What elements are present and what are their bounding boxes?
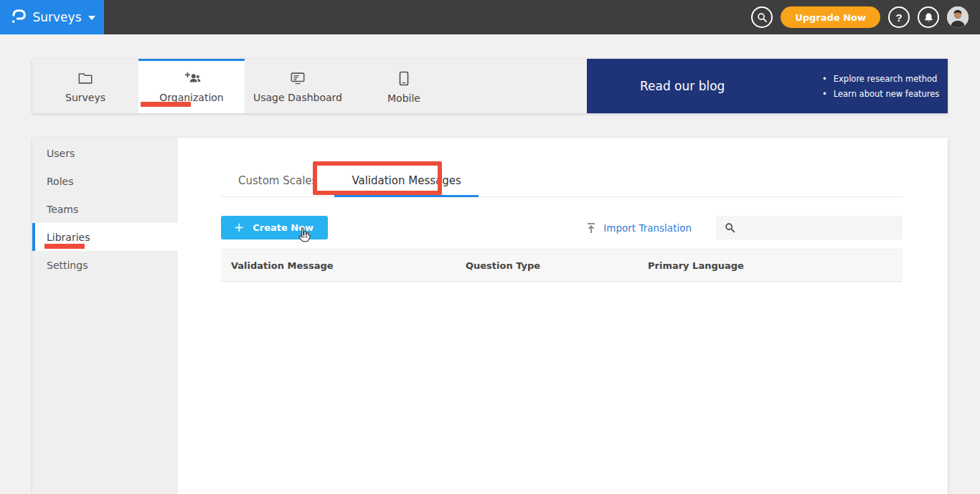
mobile-phone-icon — [399, 71, 409, 86]
add-users-icon — [182, 71, 201, 85]
create-new-label: Create New — [253, 222, 314, 233]
tab-custom-scales[interactable]: Custom Scales — [221, 169, 334, 197]
import-translation-label: Import Translation — [603, 222, 692, 234]
questionpro-logo-icon — [9, 6, 27, 28]
main-panel: Users Roles Teams Libraries Settings Cus… — [32, 138, 948, 494]
sidebar-item-label: Teams — [47, 204, 78, 215]
column-header-primary-language: Primary Language — [648, 260, 903, 271]
nav-tab-label: Mobile — [387, 92, 420, 104]
column-header-validation-message: Validation Message — [221, 260, 466, 271]
nav-tab-usage-dashboard[interactable]: Usage Dashboard — [245, 59, 351, 113]
question-mark-icon: ? — [895, 11, 902, 24]
search-button[interactable] — [751, 6, 773, 28]
topbar-actions: Upgrade Now ? — [751, 6, 980, 28]
sidebar-item-label: Roles — [47, 176, 73, 187]
nav-tab-label: Surveys — [65, 92, 105, 103]
sidebar-item-libraries[interactable]: Libraries — [32, 223, 178, 251]
nav-tab-label: Organization — [159, 92, 224, 103]
import-translation-link[interactable]: Import Translation — [586, 222, 692, 234]
chevron-down-icon — [88, 16, 95, 20]
sidebar-item-teams[interactable]: Teams — [32, 195, 178, 223]
sidebar-item-label: Settings — [47, 260, 88, 271]
plus-icon: + — [234, 222, 244, 234]
dashboard-icon — [290, 71, 306, 85]
nav-tab-organization[interactable]: Organization — [138, 59, 245, 113]
bell-icon — [923, 12, 934, 23]
nav-tab-label: Usage Dashboard — [253, 92, 342, 103]
create-new-button[interactable]: + Create New — [221, 216, 328, 239]
upgrade-now-button[interactable]: Upgrade Now — [781, 6, 880, 28]
blog-bullet: Learn about new features — [822, 87, 939, 102]
search-box[interactable] — [716, 216, 903, 239]
blog-promo-panel[interactable]: Read our blog Explore research method Le… — [587, 59, 948, 113]
sidebar-item-roles[interactable]: Roles — [32, 167, 178, 195]
libraries-content: Custom Scales Validation Messages + Crea… — [178, 138, 948, 494]
organization-sidebar: Users Roles Teams Libraries Settings — [32, 138, 178, 494]
column-header-question-type: Question Type — [466, 260, 648, 271]
nav-tab-mobile[interactable]: Mobile — [351, 59, 457, 113]
sidebar-item-settings[interactable]: Settings — [32, 251, 178, 279]
library-tabs: Custom Scales Validation Messages — [221, 169, 903, 197]
sidebar-item-users[interactable]: Users — [32, 139, 178, 167]
product-switcher[interactable]: Surveys — [0, 0, 104, 34]
import-upload-icon — [586, 222, 596, 234]
product-name: Surveys — [33, 10, 82, 24]
topbar: Surveys Upgrade Now ? — [0, 0, 980, 34]
module-nav: Surveys Organization Usage Dashboard Mob… — [32, 59, 948, 113]
folder-icon — [77, 71, 93, 85]
help-button[interactable]: ? — [888, 6, 910, 28]
search-icon — [757, 12, 768, 23]
user-avatar[interactable] — [947, 6, 969, 28]
search-input[interactable] — [741, 216, 903, 239]
search-icon — [725, 222, 735, 233]
blog-bullet-list: Explore research method Learn about new … — [822, 72, 939, 102]
blog-title: Read our blog — [640, 79, 725, 93]
blog-bullet: Explore research method — [822, 72, 939, 87]
sidebar-item-label: Libraries — [47, 232, 90, 243]
tab-validation-messages[interactable]: Validation Messages — [334, 169, 478, 197]
table-header-row: Validation Message Question Type Primary… — [221, 249, 903, 282]
nav-tab-surveys[interactable]: Surveys — [32, 59, 138, 113]
sidebar-item-label: Users — [47, 148, 75, 159]
toolbar: + Create New Import Translation — [221, 216, 903, 239]
notifications-button[interactable] — [918, 6, 939, 28]
